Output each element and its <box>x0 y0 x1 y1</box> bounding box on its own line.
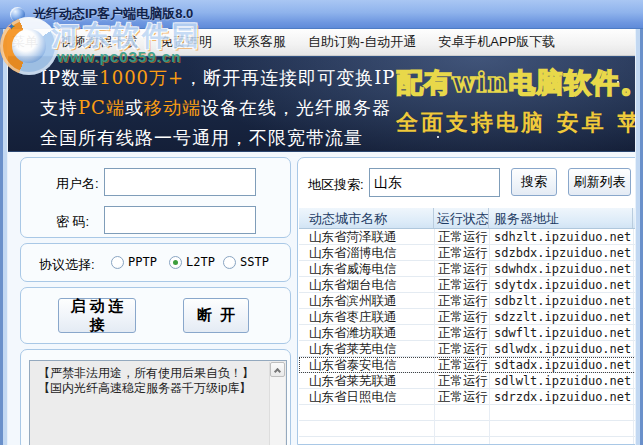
chevron-up-icon <box>274 367 281 374</box>
menu-item[interactable]: 联系客服 <box>234 33 286 51</box>
notice-groupbox: 【严禁非法用途，所有使用后果自负！】【国内光纤高速稳定服务器千万级ip库】 <box>20 349 291 445</box>
radio-circle-icon <box>169 256 182 269</box>
region-search-input[interactable] <box>369 168 500 197</box>
search-button[interactable]: 搜索 <box>511 168 557 196</box>
pc0359-logo-watermark: ✦ <box>0 17 58 75</box>
refresh-list-button[interactable]: 刷新列表 <box>568 168 631 196</box>
table-row[interactable]: 山东省枣庄联通 正常运行 sdzzlt.ipzuiduo.net <box>299 309 636 325</box>
table-row[interactable]: 山东省烟台电信 正常运行 sdytdx.ipzuiduo.net <box>299 277 636 293</box>
radio-circle-icon <box>223 256 236 269</box>
banner-right-text: 配有win电脑软件。 全面支持电脑 安卓 苹果 <box>396 61 635 139</box>
protocol-radio[interactable]: L2TP <box>169 255 215 269</box>
radio-circle-icon <box>111 256 124 269</box>
actions-groupbox: 启动连接 断 开 <box>20 287 291 344</box>
connect-button[interactable]: 启动连接 <box>58 298 136 333</box>
username-label: 用户名: <box>56 175 99 193</box>
notice-line: 【国内光纤高速稳定服务器千万级ip库】 <box>38 381 266 396</box>
table-row[interactable]: 山东省莱芜联通 正常运行 sdlwlt.ipzuiduo.net <box>299 373 636 389</box>
window-border-right <box>635 29 643 445</box>
table-row[interactable]: 山东省潍坊联通 正常运行 sdwflt.ipzuiduo.net <box>299 325 636 341</box>
protocol-radio[interactable]: SSTP <box>223 255 269 269</box>
banner-left-text: IP数量1000万+，断开再连接即可变换IP 支持PC端或移动端设备在线，光纤服… <box>40 63 395 152</box>
protocol-label: 协议选择: <box>39 256 95 274</box>
notice-scrollbar[interactable] <box>269 362 285 445</box>
table-row[interactable]: 山东省菏泽联通 正常运行 sdhzlt.ipzuiduo.net <box>299 229 636 245</box>
main-area: 用户名: 密 码: 协议选择: PPTP L2TP SSTP 启动连接 断 <box>8 152 635 445</box>
notice-text: 【严禁非法用途，所有使用后果自负！】【国内光纤高速稳定服务器千万级ip库】 <box>30 361 286 396</box>
banner-line-3: 全国所有线路一号通用，不限宽带流量 <box>40 123 395 152</box>
window-border-left <box>0 29 8 445</box>
server-panel: 地区搜索: 搜索 刷新列表 动态城市名称 运行状态 服务器地址 山东省菏 <box>297 157 637 445</box>
banner-line-1: IP数量1000万+，断开再连接即可变换IP <box>40 63 395 93</box>
login-groupbox: 用户名: 密 码: <box>20 157 291 238</box>
promo-banner: IP数量1000万+，断开再连接即可变换IP 支持PC端或移动端设备在线，光纤服… <box>8 56 635 152</box>
protocol-radio[interactable]: PPTP <box>111 255 157 269</box>
star-icon: ✦ <box>7 21 15 32</box>
menu-item[interactable]: 自助订购-自动开通 <box>308 33 416 51</box>
region-search-label: 地区搜索: <box>308 176 364 194</box>
password-label: 密 码: <box>56 213 89 231</box>
menu-item[interactable]: 安卓手机APP版下载 <box>438 33 555 51</box>
table-header: 动态城市名称 运行状态 服务器地址 <box>299 208 636 229</box>
scroll-up-button[interactable] <box>270 362 285 377</box>
table-row[interactable]: 山东省莱芜电信 正常运行 sdlwdx.ipzuiduo.net <box>299 341 636 357</box>
table-row[interactable]: 山东省淄博电信 正常运行 sdzbdx.ipzuiduo.net <box>299 245 636 261</box>
watermark-site-url: www.pc0359.cn <box>57 48 181 65</box>
notice-textarea: 【严禁非法用途，所有使用后果自负！】【国内光纤高速稳定服务器千万级ip库】 <box>29 360 287 445</box>
banner-right-line-2: 全面支持电脑 安卓 苹果 <box>396 105 635 139</box>
table-body: 山东省菏泽联通 正常运行 sdhzlt.ipzuiduo.net 山东省淄博电信… <box>299 229 636 444</box>
disconnect-button[interactable]: 断 开 <box>183 298 249 333</box>
notice-line: 【严禁非法用途，所有使用后果自负！】 <box>38 366 266 381</box>
protocol-groupbox: 协议选择: PPTP L2TP SSTP <box>20 243 291 282</box>
column-header-address[interactable]: 服务器地址 <box>489 208 633 228</box>
table-row[interactable]: 山东省泰安电信 正常运行 sdtadx.ipzuiduo.net <box>299 357 636 373</box>
table-row[interactable]: 山东省滨州联通 正常运行 sdbzlt.ipzuiduo.net <box>299 293 636 309</box>
column-header-status[interactable]: 运行状态 <box>434 208 489 228</box>
table-row[interactable]: 山东省日照电信 正常运行 sdrzdx.ipzuiduo.net <box>299 389 636 405</box>
server-table: 动态城市名称 运行状态 服务器地址 山东省菏泽联通 正常运行 sdhzlt.ip… <box>299 208 636 444</box>
banner-right-line-1: 配有win电脑软件。 <box>396 61 635 105</box>
banner-line-2: 支持PC端或移动端设备在线，光纤服务器 <box>40 93 395 123</box>
column-header-city[interactable]: 动态城市名称 <box>299 208 434 228</box>
password-field[interactable] <box>104 206 256 234</box>
table-row[interactable]: 山东省威海电信 正常运行 sdwhdx.ipzuiduo.net <box>299 261 636 277</box>
username-field[interactable] <box>104 168 256 196</box>
